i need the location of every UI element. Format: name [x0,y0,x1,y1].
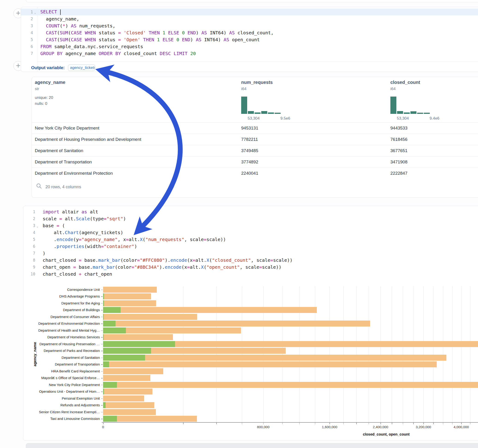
annotation-arrow [0,0,478,448]
next-cell-edge[interactable] [26,443,478,448]
notebook-canvas: + + 1⌄SELECT 2 agency_name,3 COUNT(*) AS… [0,0,478,448]
